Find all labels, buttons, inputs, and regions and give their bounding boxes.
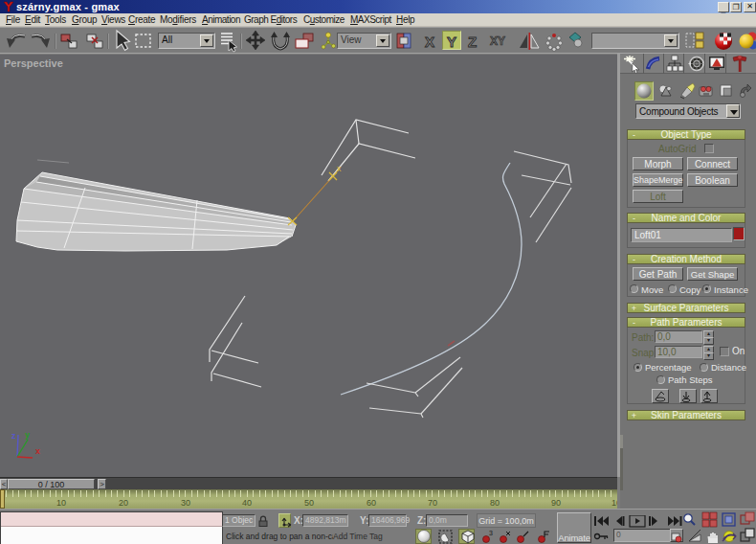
svg-text:90: 90 [551, 498, 561, 508]
svg-text:70: 70 [428, 498, 437, 508]
svg-text:60: 60 [367, 498, 376, 508]
svg-text:20: 20 [119, 498, 128, 508]
svg-text:x: x [35, 446, 40, 456]
svg-text:10: 10 [611, 498, 617, 508]
svg-text:80: 80 [490, 498, 500, 508]
svg-text:50: 50 [304, 498, 314, 508]
svg-text:10: 10 [56, 498, 66, 508]
svg-text:30: 30 [181, 498, 190, 508]
svg-text:x: x [337, 164, 342, 173]
svg-text:XY: XY [490, 34, 505, 48]
svg-text:Y: Y [447, 34, 456, 50]
svg-text:40: 40 [242, 498, 252, 508]
svg-text:y: y [25, 430, 30, 440]
svg-text:3: 3 [489, 530, 493, 536]
svg-text:X: X [425, 34, 434, 50]
svg-text:Z: Z [468, 34, 477, 50]
svg-text:z: z [11, 431, 16, 441]
